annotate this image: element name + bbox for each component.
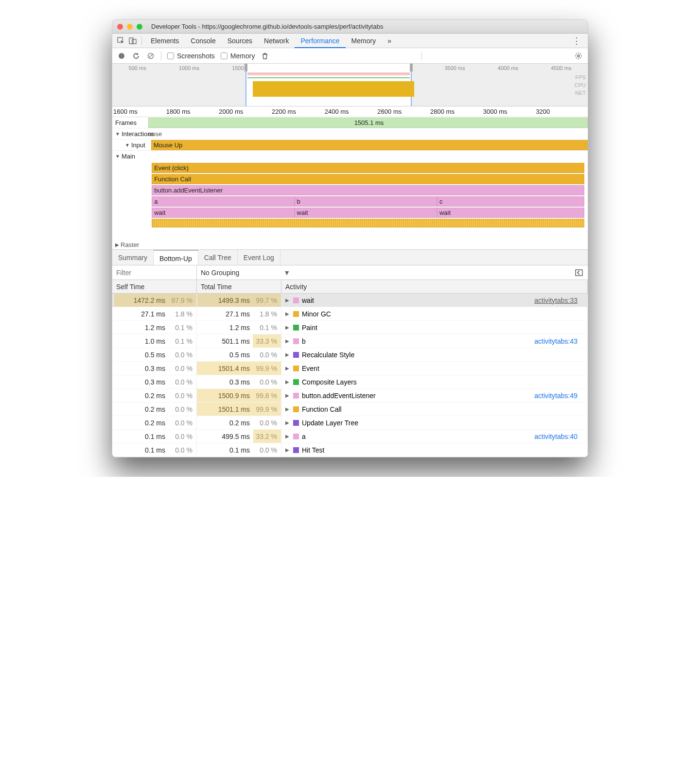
- memory-checkbox[interactable]: Memory: [221, 52, 255, 60]
- flame-bar-wait-3[interactable]: wait: [437, 208, 584, 218]
- raster-lane[interactable]: ▶Raster: [112, 240, 588, 249]
- main-label: Main: [122, 153, 135, 160]
- col-self-time[interactable]: Self Time: [112, 280, 197, 293]
- table-row[interactable]: 1472.2 ms97.9 %1499.3 ms99.7 %▶waitactiv…: [112, 294, 588, 307]
- minimize-window-button[interactable]: [127, 24, 133, 30]
- flame-bar-gc-stripe[interactable]: [152, 219, 584, 227]
- filter-input[interactable]: [112, 265, 197, 280]
- overview-selection[interactable]: [245, 64, 412, 106]
- settings-icon[interactable]: [574, 52, 583, 60]
- activity-color-swatch: [293, 338, 299, 344]
- activity-color-swatch: [293, 379, 299, 385]
- device-toolbar-icon[interactable]: [127, 35, 139, 47]
- show-heaviest-stack-icon[interactable]: [570, 265, 588, 280]
- flame-bar-event[interactable]: Event (click): [152, 163, 584, 173]
- flame-bar-a[interactable]: a: [152, 196, 294, 207]
- tab-elements[interactable]: Elements: [145, 34, 185, 48]
- frames-lane[interactable]: Frames 1505.1 ms: [112, 117, 588, 128]
- table-row[interactable]: 1.2 ms0.1 %1.2 ms0.1 %▶Paint: [112, 321, 588, 334]
- inspect-element-icon[interactable]: [115, 35, 127, 47]
- activity-name: Function Call: [302, 405, 342, 413]
- activity-color-swatch: [293, 366, 299, 371]
- chevron-right-icon: ▶: [115, 242, 119, 247]
- table-row[interactable]: 0.5 ms0.0 %0.5 ms0.0 %▶Recalculate Style: [112, 348, 588, 362]
- chevron-down-icon: ▼: [115, 131, 120, 137]
- col-activity[interactable]: Activity: [281, 280, 588, 293]
- interactions-lane[interactable]: ▼Interactions onse: [112, 128, 588, 140]
- more-options-button[interactable]: ⋮: [568, 35, 585, 46]
- reload-record-button[interactable]: [132, 52, 140, 60]
- activity-color-swatch: [293, 393, 299, 399]
- flame-bar-b[interactable]: b: [295, 196, 437, 207]
- tab-console[interactable]: Console: [185, 34, 221, 48]
- source-link[interactable]: activitytabs:40: [534, 433, 583, 440]
- activity-name: Minor GC: [302, 310, 331, 318]
- table-row[interactable]: 0.2 ms0.0 %1500.9 ms99.8 %▶button.addEve…: [112, 389, 588, 402]
- expand-icon[interactable]: ▶: [285, 338, 290, 344]
- table-row[interactable]: 0.2 ms0.0 %0.2 ms0.0 %▶Update Layer Tree: [112, 416, 588, 430]
- record-button[interactable]: [117, 52, 126, 60]
- flame-bar-c[interactable]: c: [437, 196, 584, 207]
- tab-performance[interactable]: Performance: [295, 34, 345, 48]
- activity-color-swatch: [293, 447, 299, 453]
- table-row[interactable]: 0.3 ms0.0 %1501.4 ms99.9 %▶Event: [112, 362, 588, 375]
- activity-color-swatch: [293, 420, 299, 426]
- expand-icon[interactable]: ▶: [285, 297, 290, 303]
- flame-chart[interactable]: 1600 ms1800 ms2000 ms2200 ms2400 ms2600 …: [112, 106, 588, 250]
- tab-sources[interactable]: Sources: [222, 34, 258, 48]
- separator: [141, 36, 142, 45]
- chevron-down-icon: ▼: [283, 269, 290, 277]
- screenshots-checkbox[interactable]: Screenshots: [167, 52, 215, 60]
- flame-bar-listener[interactable]: button.addEventListener: [152, 185, 584, 195]
- source-link[interactable]: activitytabs:49: [534, 392, 583, 400]
- input-lane[interactable]: ▼Input Mouse Up: [112, 140, 588, 151]
- selection-handle-right[interactable]: [410, 64, 413, 71]
- timeline-overview[interactable]: 500 ms1000 ms1500 ms2000 ms2500 ms3000 m…: [112, 64, 588, 106]
- devtools-window: Developer Tools - https://googlechrome.g…: [112, 19, 588, 457]
- expand-icon[interactable]: ▶: [285, 311, 290, 316]
- details-tab-event-log[interactable]: Event Log: [238, 250, 280, 265]
- table-row[interactable]: 1.0 ms0.1 %501.1 ms33.3 %▶bactivitytabs:…: [112, 334, 588, 348]
- screenshots-label: Screenshots: [177, 52, 215, 60]
- filter-row: No Grouping ▼: [112, 265, 588, 280]
- expand-icon[interactable]: ▶: [285, 393, 290, 398]
- expand-icon[interactable]: ▶: [285, 352, 290, 357]
- flame-bar-wait-1[interactable]: wait: [152, 208, 294, 218]
- zoom-window-button[interactable]: [137, 24, 142, 30]
- expand-icon[interactable]: ▶: [285, 366, 290, 371]
- expand-icon[interactable]: ▶: [285, 447, 290, 453]
- overflow-tabs-button[interactable]: »: [382, 34, 397, 48]
- clear-button[interactable]: [146, 52, 155, 60]
- selection-handle-left[interactable]: [245, 64, 247, 71]
- trash-button[interactable]: [261, 52, 269, 60]
- expand-icon[interactable]: ▶: [285, 406, 290, 412]
- tab-memory[interactable]: Memory: [346, 34, 382, 48]
- expand-icon[interactable]: ▶: [285, 420, 290, 425]
- svg-rect-1: [129, 38, 133, 44]
- source-link[interactable]: activitytabs:43: [534, 337, 583, 345]
- tab-network[interactable]: Network: [258, 34, 295, 48]
- input-event-bar[interactable]: Mouse Up: [151, 140, 588, 150]
- table-row[interactable]: 0.1 ms0.0 %0.1 ms0.0 %▶Hit Test: [112, 443, 588, 457]
- flame-bar-wait-2[interactable]: wait: [295, 208, 437, 218]
- main-lane-header[interactable]: ▼Main: [112, 151, 588, 162]
- activity-color-swatch: [293, 406, 299, 412]
- expand-icon[interactable]: ▶: [285, 379, 290, 384]
- table-row[interactable]: 0.1 ms0.0 %499.5 ms33.2 %▶aactivitytabs:…: [112, 430, 588, 443]
- expand-icon[interactable]: ▶: [285, 434, 290, 439]
- source-link[interactable]: activitytabs:33: [534, 297, 583, 304]
- close-window-button[interactable]: [117, 24, 123, 30]
- expand-icon[interactable]: ▶: [285, 325, 290, 330]
- table-row[interactable]: 0.2 ms0.0 %1501.1 ms99.9 %▶Function Call: [112, 402, 588, 416]
- performance-toolbar: Screenshots Memory: [112, 48, 588, 64]
- details-tab-bottom-up[interactable]: Bottom-Up: [154, 250, 198, 265]
- main-flame-stack[interactable]: Event (click) Function Call button.addEv…: [112, 162, 588, 240]
- table-row[interactable]: 27.1 ms1.8 %27.1 ms1.8 %▶Minor GC: [112, 307, 588, 321]
- details-tab-summary[interactable]: Summary: [112, 250, 154, 265]
- table-row[interactable]: 0.3 ms0.0 %0.3 ms0.0 %▶Composite Layers: [112, 375, 588, 389]
- details-tab-call-tree[interactable]: Call Tree: [198, 250, 238, 265]
- grouping-select[interactable]: No Grouping ▼: [197, 265, 294, 280]
- col-total-time[interactable]: Total Time: [197, 280, 281, 293]
- flame-bar-function-call[interactable]: Function Call: [152, 174, 584, 184]
- frame-bar[interactable]: 1505.1 ms: [148, 118, 588, 128]
